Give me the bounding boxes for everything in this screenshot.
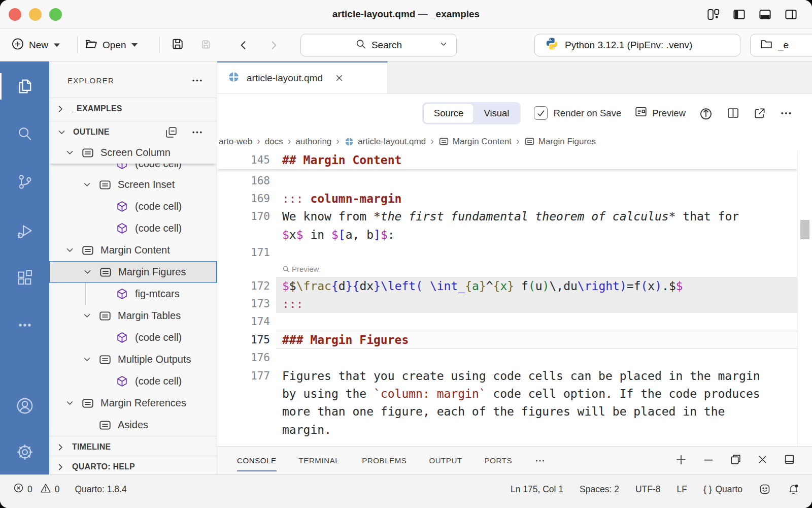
notifications-bell-icon[interactable] <box>787 483 800 496</box>
search-box[interactable]: Search <box>300 34 457 56</box>
sidebar-section-quarto-help[interactable]: QUARTO: HELP <box>49 456 217 474</box>
editor-line-168[interactable]: 168 <box>217 172 812 189</box>
split-editor-icon[interactable] <box>726 106 740 120</box>
quarto-version-status[interactable]: Quarto: 1.8.4 <box>75 484 126 495</box>
outline-item-code-cell[interactable]: (code cell) <box>49 327 217 348</box>
save-button[interactable] <box>171 37 185 53</box>
editor-line-171[interactable]: 171 <box>217 244 812 262</box>
collapse-all-icon[interactable] <box>165 126 178 139</box>
panel-maximize-icon[interactable] <box>729 453 742 468</box>
panel-close-icon[interactable] <box>756 453 769 468</box>
panel-tab-problems[interactable]: PROBLEMS <box>362 447 407 474</box>
breadcrumb-item-arto-web[interactable]: arto-web <box>219 137 252 147</box>
outline-item-screen-inset[interactable]: Screen Inset <box>49 174 217 196</box>
workspace-folder-button[interactable]: _e <box>750 34 812 56</box>
editor-line-177[interactable]: 177Figures that you create using code ce… <box>217 367 812 385</box>
open-button[interactable]: Open <box>84 37 138 53</box>
editor-line-175[interactable]: 175### Margin Figures <box>217 331 812 348</box>
toggle-primary-sidebar-icon[interactable] <box>732 8 746 21</box>
python-interpreter-button[interactable]: Python 3.12.1 (PipEnv: .venv) <box>534 34 740 56</box>
sidebar-section-examples[interactable]: _EXAMPLES <box>49 98 217 119</box>
outline-item-screen-column[interactable]: Screen Column <box>49 142 217 164</box>
breadcrumb-item-article-layout-qmd[interactable]: article-layout.qmd <box>344 137 426 147</box>
navigate-back-button[interactable] <box>236 38 250 52</box>
navigate-forward-button[interactable] <box>267 38 281 52</box>
panel-tab-terminal[interactable]: TERMINAL <box>299 447 340 474</box>
more-actions-icon[interactable] <box>191 126 204 139</box>
account-icon[interactable] <box>0 390 49 422</box>
sidebar-section-explorer[interactable]: EXPLORER <box>49 70 217 91</box>
search-view-icon[interactable] <box>0 118 49 150</box>
editor-content[interactable]: 168169::: column-margin170We know from *… <box>217 151 812 446</box>
editor-line-172[interactable]: 172$$\frac{d}{dx}\left( \int_{a}^{x} f(u… <box>217 277 812 295</box>
preview-label: Preview <box>652 108 686 119</box>
source-mode-button[interactable]: Source <box>424 104 474 123</box>
panel-minimize-icon[interactable] <box>702 453 715 468</box>
sticky-scroll-line[interactable]: 145## Margin Content <box>217 151 798 169</box>
outline-item-margin-content[interactable]: Margin Content <box>49 239 217 261</box>
breadcrumb-item-authoring[interactable]: authoring <box>295 137 331 147</box>
outline-item-margin-references[interactable]: Margin References <box>49 392 217 414</box>
outline-item-code-cell[interactable]: (code cell) <box>49 217 217 239</box>
editor-line-wrap[interactable]: $x$ in $[a, b]$: <box>217 226 812 243</box>
feedback-smiley-icon[interactable] <box>759 483 771 495</box>
editor-line-173[interactable]: 173::: <box>217 295 812 312</box>
render-run-icon[interactable] <box>699 106 713 120</box>
extensions-icon[interactable] <box>0 262 49 295</box>
more-views-icon[interactable] <box>0 309 49 341</box>
toggle-secondary-sidebar-icon[interactable] <box>784 8 798 21</box>
sidebar-section-timeline[interactable]: TIMELINE <box>49 436 217 458</box>
editor-scrollbar[interactable] <box>797 151 812 446</box>
outline-item-fig-mtcars[interactable]: fig-mtcars <box>49 283 217 305</box>
editor-line-wrap[interactable]: margin. <box>217 421 812 438</box>
tab-close-icon[interactable] <box>334 73 344 83</box>
run-and-debug-icon[interactable] <box>0 214 49 247</box>
breadcrumb-item-margin-content[interactable]: Margin Content <box>438 136 512 147</box>
panel-tab-console[interactable]: CONSOLE <box>237 447 277 474</box>
editor-line-wrap[interactable]: more than one figure, each of the figure… <box>217 403 812 421</box>
preview-button[interactable]: Preview <box>634 105 686 121</box>
editor-line-169[interactable]: 169::: column-margin <box>217 189 812 207</box>
toggle-panel-icon[interactable] <box>758 8 772 21</box>
editor-line-176[interactable]: 176 <box>217 349 812 367</box>
indentation-status[interactable]: Spaces: 2 <box>580 484 619 495</box>
breadcrumb-item-margin-figures[interactable]: Margin Figures <box>524 136 596 147</box>
outline-item-asides[interactable]: Asides <box>49 414 217 436</box>
editor-line-wrap[interactable]: by using the `column: margin` code cell … <box>217 385 812 402</box>
tab-article-layout-qmd[interactable]: article-layout.qmd <box>217 61 388 93</box>
settings-gear-icon[interactable] <box>0 436 49 468</box>
code-cell-icon <box>116 200 128 213</box>
save-all-button[interactable] <box>198 37 212 53</box>
titlebar: article-layout.qmd — _examples <box>0 0 812 29</box>
sidebar-section-outline[interactable]: OUTLINE <box>49 121 217 143</box>
new-button[interactable]: New <box>11 37 60 53</box>
outline-item-code-cell[interactable]: (code cell) <box>49 370 217 392</box>
more-actions-icon[interactable] <box>191 74 204 87</box>
eol-status[interactable]: LF <box>677 484 687 495</box>
language-mode-status[interactable]: { } Quarto <box>703 484 742 495</box>
source-control-icon[interactable] <box>0 166 49 198</box>
panel-tab-output[interactable]: OUTPUT <box>429 447 462 474</box>
panel-tab-ports[interactable]: PORTS <box>485 447 512 474</box>
outline-item-margin-tables[interactable]: Margin Tables <box>49 305 217 327</box>
open-external-icon[interactable] <box>753 107 766 120</box>
scrollbar-handle[interactable] <box>800 220 809 239</box>
codelens-preview[interactable]: Preview <box>217 262 812 277</box>
problems-status[interactable]: 0 0 <box>13 483 59 496</box>
editor-line-170[interactable]: 170We know from *the first fundamental t… <box>217 208 812 226</box>
editor-line-174[interactable]: 174 <box>217 313 812 331</box>
customize-layout-icon[interactable] <box>706 8 720 21</box>
editor-more-actions-icon[interactable] <box>780 107 793 120</box>
cursor-position-status[interactable]: Ln 175, Col 1 <box>511 484 563 495</box>
encoding-status[interactable]: UTF-8 <box>635 484 661 495</box>
outline-item-margin-figures[interactable]: Margin Figures <box>49 261 217 283</box>
visual-mode-button[interactable]: Visual <box>473 104 519 123</box>
explorer-icon[interactable] <box>0 70 49 103</box>
outline-item-multiple-outputs[interactable]: Multiple Outputs <box>49 348 217 370</box>
panel-plus-icon[interactable] <box>674 453 688 468</box>
panel-more-tabs-icon[interactable] <box>534 447 546 474</box>
breadcrumb-item-docs[interactable]: docs <box>265 137 283 147</box>
panel-layout-icon[interactable] <box>783 453 796 468</box>
render-on-save-checkbox[interactable] <box>534 106 548 120</box>
outline-item-code-cell[interactable]: (code cell) <box>49 196 217 217</box>
